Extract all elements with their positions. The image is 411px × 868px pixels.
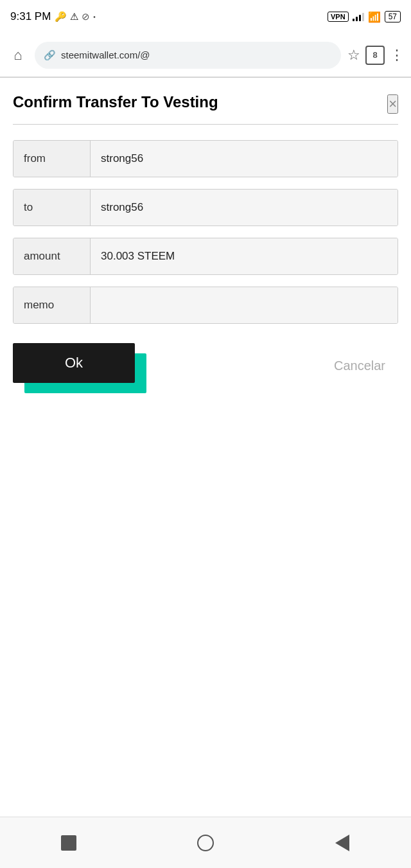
form-row-amount: amount 30.003 STEEM bbox=[13, 238, 398, 275]
from-label: from bbox=[13, 141, 91, 177]
ok-button-wrapper: Ok bbox=[13, 343, 141, 388]
to-value: strong56 bbox=[91, 190, 398, 226]
nav-back-button[interactable] bbox=[323, 824, 362, 862]
back-nav-icon bbox=[335, 835, 349, 851]
tab-count-badge[interactable]: 8 bbox=[365, 46, 385, 65]
bottom-spacer bbox=[0, 610, 411, 817]
amount-label: amount bbox=[13, 238, 91, 274]
home-nav-icon bbox=[197, 835, 214, 851]
browser-actions: ☆ 8 ⋮ bbox=[347, 46, 403, 65]
recent-apps-icon bbox=[61, 835, 76, 851]
signal-icon bbox=[353, 12, 364, 21]
dialog-header: Confirm Transfer To Vesting × bbox=[13, 93, 398, 114]
more-menu-icon[interactable]: ⋮ bbox=[390, 47, 403, 64]
bottom-nav bbox=[0, 817, 411, 868]
url-bar[interactable]: 🔗 steemitwallet.com/@ bbox=[35, 42, 341, 69]
status-time: 9:31 PM bbox=[10, 10, 51, 23]
button-row: Ok Cancelar bbox=[13, 343, 398, 388]
nav-home-button[interactable] bbox=[186, 824, 225, 862]
to-label: to bbox=[13, 190, 91, 226]
connection-icon: 🔗 bbox=[44, 49, 56, 61]
from-value: strong56 bbox=[91, 141, 398, 177]
dialog-title: Confirm Transfer To Vesting bbox=[13, 93, 218, 112]
main-content: Confirm Transfer To Vesting × from stron… bbox=[0, 78, 411, 610]
amount-value: 30.003 STEEM bbox=[91, 238, 398, 274]
cancel-button[interactable]: Cancelar bbox=[141, 359, 398, 373]
dialog-divider bbox=[13, 124, 398, 125]
ok-button[interactable]: Ok bbox=[13, 343, 135, 383]
ban-icon: ⊘ bbox=[82, 11, 90, 22]
status-bar: 9:31 PM 🔑 ⚠ ⊘ • VPN 📶 57 bbox=[0, 0, 411, 33]
home-icon[interactable]: ⌂ bbox=[8, 45, 28, 66]
nav-recent-button[interactable] bbox=[49, 824, 88, 862]
memo-value bbox=[91, 287, 398, 323]
form-row-to: to strong56 bbox=[13, 189, 398, 226]
browser-bar: ⌂ 🔗 steemitwallet.com/@ ☆ 8 ⋮ bbox=[0, 33, 411, 77]
memo-label: memo bbox=[13, 287, 91, 323]
status-icons: 🔑 ⚠ ⊘ • bbox=[55, 11, 96, 22]
bookmark-icon[interactable]: ☆ bbox=[347, 47, 360, 64]
wifi-icon: 📶 bbox=[368, 11, 381, 23]
vpn-badge: VPN bbox=[328, 12, 349, 22]
form-row-memo: memo bbox=[13, 287, 398, 324]
key-icon: 🔑 bbox=[55, 11, 67, 22]
status-bar-right: VPN 📶 57 bbox=[328, 11, 401, 23]
battery-badge: 57 bbox=[385, 11, 401, 22]
close-button[interactable]: × bbox=[387, 94, 398, 114]
dot-icon: • bbox=[93, 13, 96, 21]
warning-icon: ⚠ bbox=[70, 11, 78, 22]
url-text: steemitwallet.com/@ bbox=[61, 49, 150, 60]
form-row-from: from strong56 bbox=[13, 140, 398, 177]
